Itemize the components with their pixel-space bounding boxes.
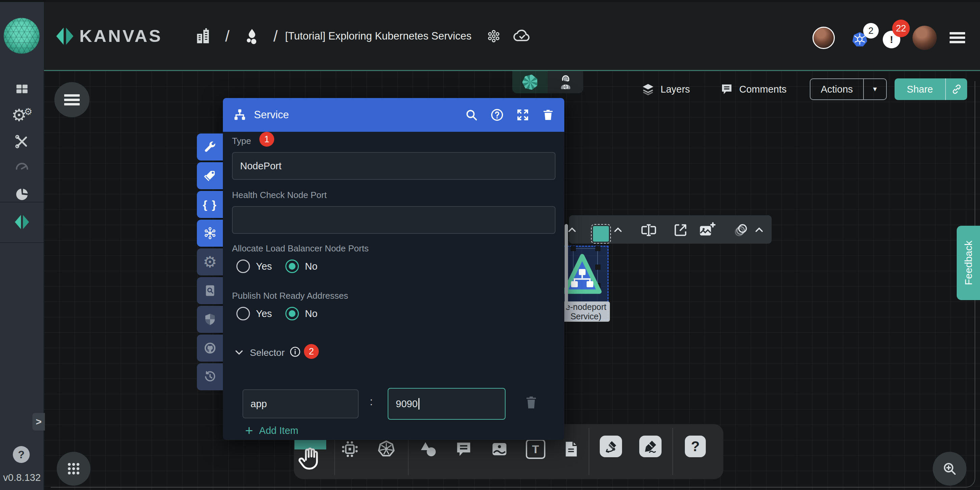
sidebar-item-kanvas[interactable] <box>0 209 44 235</box>
publish-no-radio[interactable] <box>285 307 299 320</box>
service-config-panel: { } ⚙ <box>223 98 564 440</box>
selected-shape-swatch[interactable] <box>593 226 609 242</box>
publish-no-label: No <box>305 308 317 319</box>
edge-pen-tool[interactable] <box>600 436 622 457</box>
hamburger-icon <box>64 92 80 107</box>
allocate-yes-radio[interactable] <box>236 260 250 273</box>
actions-button[interactable]: Actions <box>810 79 864 99</box>
actions-dropdown-button[interactable]: ▼ <box>864 79 886 99</box>
layers-button[interactable]: Layers <box>641 80 690 98</box>
health-check-label: Health Check Node Port <box>232 190 326 200</box>
tab-settings[interactable]: ⚙ <box>197 248 223 275</box>
text-caret <box>418 398 419 410</box>
actions-split-button: Actions ▼ <box>810 78 887 100</box>
feedback-tab[interactable]: Feedback <box>957 226 980 300</box>
resize-handle[interactable] <box>571 246 576 251</box>
sidebar-item-dashboard[interactable] <box>0 76 44 102</box>
delete-row-icon[interactable] <box>524 395 538 410</box>
header-menu-button[interactable] <box>950 30 965 45</box>
sidebar-help-button[interactable]: ? <box>13 446 30 463</box>
hamburger-icon <box>950 32 965 43</box>
breadcrumb-separator: / <box>225 27 230 45</box>
shapes-tool[interactable] <box>419 439 438 459</box>
dock-help-button[interactable]: ? <box>685 436 706 457</box>
user-avatar[interactable] <box>912 26 937 50</box>
comments-button[interactable]: Comments <box>720 80 786 98</box>
note-tool[interactable] <box>561 439 581 459</box>
cloud-save-icon[interactable] <box>512 27 531 46</box>
zoom-in-button[interactable] <box>933 452 966 485</box>
more-shapes-chevron-up-icon[interactable] <box>753 224 765 236</box>
kanvas-logo-icon <box>55 26 75 46</box>
selector-key-input[interactable]: app <box>242 389 359 418</box>
component-tool[interactable] <box>340 439 360 459</box>
help-icon[interactable] <box>490 108 504 122</box>
copy-link-button[interactable] <box>946 78 967 100</box>
add-item-label: Add Item <box>259 425 298 436</box>
apps-grid-button[interactable] <box>57 452 91 485</box>
comment-tool[interactable] <box>454 439 474 459</box>
canvas-menu-button[interactable] <box>54 82 89 117</box>
tab-relationships[interactable] <box>197 220 223 247</box>
sidebar-item-mesh[interactable] <box>0 182 44 207</box>
tab-security[interactable] <box>197 306 223 333</box>
meshery-pinwheel-icon <box>521 73 539 92</box>
tab-inspect[interactable] <box>197 277 223 304</box>
tab-json[interactable]: { } <box>197 191 223 218</box>
key-value-colon: : <box>370 395 373 408</box>
sidebar-item-performance[interactable] <box>0 154 44 179</box>
selector-collapse-chevron[interactable] <box>233 346 245 359</box>
comments-label: Comments <box>739 84 786 95</box>
allocate-no-radio[interactable] <box>285 260 299 273</box>
type-input[interactable]: NodePort <box>232 152 555 180</box>
add-item-button[interactable]: + Add Item <box>245 423 298 438</box>
pan-hand-tool[interactable] <box>298 445 323 473</box>
add-image-icon[interactable] <box>698 221 716 239</box>
tag-icon <box>203 169 217 183</box>
rename-field-icon[interactable] <box>640 222 657 239</box>
gear-icon: ⚙ <box>203 254 217 270</box>
breadcrumb-separator: / <box>274 27 278 45</box>
breadcrumb-design-name[interactable]: [Tutorial] Exploring Kubernetes Services <box>285 30 471 42</box>
kubernetes-tool[interactable] <box>377 439 396 459</box>
text-tool[interactable]: T <box>526 439 546 459</box>
braces-icon: { } <box>203 198 217 211</box>
design-cluster-icon[interactable] <box>485 28 502 44</box>
design-mode-toggle[interactable] <box>512 71 548 93</box>
tab-configure[interactable] <box>197 134 223 161</box>
organization-icon[interactable] <box>194 27 212 46</box>
sidebar-item-tools[interactable] <box>0 129 44 155</box>
pie-mesh-icon <box>14 186 30 203</box>
tab-labels[interactable] <box>197 162 223 189</box>
question-mark-icon: ? <box>18 449 25 461</box>
shapes-stack-icon[interactable] <box>733 222 749 238</box>
selector-label[interactable]: Selector <box>250 347 285 358</box>
sidebar-expand-button[interactable]: > <box>32 413 45 431</box>
comments-icon <box>720 82 734 96</box>
shape-picker-chevron-up-icon[interactable] <box>612 224 624 236</box>
operator-mode-toggle[interactable] <box>548 71 583 93</box>
media-tool[interactable] <box>490 439 509 459</box>
resize-handle[interactable] <box>595 246 600 251</box>
open-in-new-icon[interactable] <box>673 222 688 238</box>
tab-history[interactable] <box>197 363 223 390</box>
info-icon[interactable] <box>289 346 301 358</box>
delete-node-icon[interactable] <box>541 108 555 122</box>
mode-toggle-group <box>512 71 583 93</box>
freehand-draw-tool[interactable] <box>639 436 662 457</box>
tab-github[interactable] <box>197 335 223 362</box>
feedback-label: Feedback <box>963 241 974 285</box>
layer5-logo-box[interactable] <box>0 2 44 70</box>
workspace-icon[interactable] <box>242 27 261 45</box>
sidebar-item-workloads[interactable]: ⚙ ⚙ <box>0 102 44 128</box>
collaborator-avatar[interactable] <box>813 27 835 49</box>
panel-scrollbar[interactable] <box>565 224 568 308</box>
caret-down-icon: ▼ <box>872 86 878 93</box>
health-check-input[interactable] <box>232 206 555 234</box>
publish-yes-radio[interactable] <box>236 307 250 320</box>
expand-icon[interactable] <box>515 108 530 122</box>
search-icon[interactable] <box>465 108 479 122</box>
panel-header[interactable]: Service <box>223 98 564 132</box>
selector-value-input[interactable]: 9090 <box>388 388 506 420</box>
share-button[interactable]: Share <box>894 78 946 100</box>
